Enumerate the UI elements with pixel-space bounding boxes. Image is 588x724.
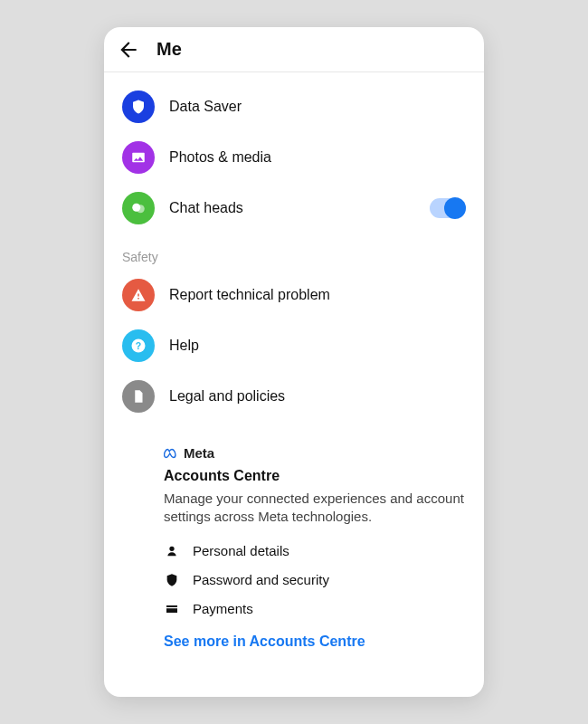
meta-logo-icon [164, 448, 180, 459]
svg-point-1 [137, 205, 145, 213]
shield-icon [122, 90, 155, 123]
security-shield-icon [164, 572, 180, 588]
accounts-centre-card: Meta Accounts Centre Manage your connect… [104, 422, 484, 664]
ac-item-label: Password and security [193, 572, 329, 587]
ac-item-label: Personal details [193, 543, 289, 558]
toggle-knob [444, 197, 466, 219]
accounts-centre-title: Accounts Centre [164, 468, 464, 484]
row-label: Report technical problem [169, 287, 466, 303]
row-help[interactable]: ? Help [104, 320, 484, 371]
credit-card-icon [164, 601, 180, 617]
page-title: Me [156, 39, 182, 60]
meta-brand: Meta [164, 445, 464, 461]
row-chat-heads[interactable]: Chat heads [104, 183, 484, 233]
ac-item-label: Payments [193, 601, 253, 616]
settings-screen: Me Data Saver Photos & media Chat heads … [104, 27, 484, 697]
row-report-problem[interactable]: Report technical problem [104, 270, 484, 320]
chat-heads-icon [122, 192, 155, 224]
top-bar: Me [104, 27, 484, 72]
meta-brand-text: Meta [184, 445, 214, 461]
help-icon: ? [122, 329, 155, 362]
ac-item-password-security[interactable]: Password and security [164, 572, 464, 588]
back-button[interactable] [117, 38, 140, 62]
ac-item-payments[interactable]: Payments [164, 601, 464, 617]
chat-heads-toggle[interactable] [430, 198, 466, 218]
row-label: Legal and policies [169, 388, 466, 405]
svg-text:?: ? [136, 340, 141, 351]
document-icon [122, 380, 155, 413]
row-label: Chat heads [169, 200, 415, 216]
photo-icon [122, 141, 155, 174]
person-icon [164, 543, 180, 559]
row-data-saver[interactable]: Data Saver [104, 81, 484, 132]
row-label: Photos & media [169, 149, 466, 166]
row-photos-media[interactable]: Photos & media [104, 132, 484, 183]
ac-item-personal-details[interactable]: Personal details [164, 543, 464, 559]
warning-icon [122, 279, 155, 311]
accounts-centre-description: Manage your connected experiences and ac… [164, 490, 464, 527]
row-label: Help [169, 338, 466, 354]
see-more-accounts-centre-link[interactable]: See more in Accounts Centre [164, 634, 464, 650]
accounts-centre-items: Personal details Password and security P… [164, 543, 464, 617]
section-header-safety: Safety [104, 233, 484, 270]
arrow-left-icon [117, 38, 140, 62]
row-legal-policies[interactable]: Legal and policies [104, 371, 484, 422]
settings-list: Data Saver Photos & media Chat heads Saf… [104, 72, 484, 664]
row-label: Data Saver [169, 99, 466, 115]
